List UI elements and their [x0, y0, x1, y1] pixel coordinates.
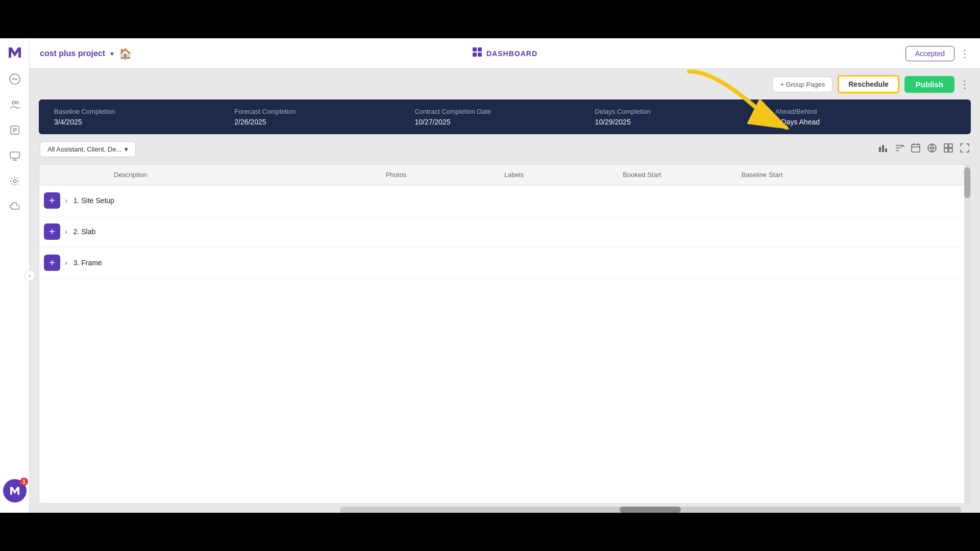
- table-row: + › 1. Site Setup: [39, 185, 970, 216]
- notification-count: 1: [20, 478, 28, 486]
- topbar-left: cost plus project ▾ 🏠: [40, 47, 132, 60]
- stat-baseline-completion: Baseline Completion 3/4/2025: [54, 108, 234, 126]
- col-extra: [852, 171, 970, 179]
- svg-rect-21: [912, 144, 920, 152]
- col-booked-start: Booked Start: [615, 171, 733, 179]
- network-view-icon[interactable]: [927, 143, 937, 156]
- project-name[interactable]: cost plus project: [40, 49, 105, 58]
- svg-rect-17: [885, 148, 887, 152]
- stat-ahead-behind: Ahead/Behind 4 Days Ahead: [775, 108, 955, 126]
- stat-baseline-label: Baseline Completion: [54, 108, 234, 115]
- row-2-expand-icon[interactable]: ›: [65, 228, 67, 236]
- col-description: Description: [106, 171, 378, 179]
- stat-contract-label: Contract Completion Date: [414, 108, 595, 115]
- col-baseline-start: Baseline Start: [733, 171, 851, 179]
- stat-ahead-label: Ahead/Behind: [775, 108, 955, 115]
- col-labels: Labels: [496, 171, 615, 179]
- stat-delays-label: Delays Completion: [595, 108, 775, 115]
- logo: [6, 43, 24, 62]
- stat-delays-completion: Delays Completion 10/29/2025: [595, 108, 775, 126]
- stat-forecast-label: Forecast Completion: [234, 108, 414, 115]
- toolbar-more-icon[interactable]: ⋮: [960, 78, 970, 90]
- scrollbar-thumb[interactable]: [964, 167, 970, 198]
- horizontal-scrollbar[interactable]: [340, 507, 962, 513]
- svg-point-1: [12, 101, 15, 104]
- topbar-center: DASHBOARD: [472, 47, 537, 60]
- sidebar-item-settings[interactable]: [7, 173, 23, 189]
- main-content: cost plus project ▾ 🏠 DASHBOARD Accepted: [30, 38, 980, 513]
- accepted-button[interactable]: Accepted: [905, 46, 954, 61]
- stats-bar: Baseline Completion 3/4/2025 Forecast Co…: [39, 99, 971, 134]
- filter-chevron-icon: ▾: [125, 145, 128, 153]
- table-row: + › 3. Frame: [39, 247, 970, 279]
- vertical-scrollbar[interactable]: [964, 165, 970, 503]
- add-row-3-button[interactable]: +: [44, 255, 60, 271]
- col-photos: Photos: [378, 171, 496, 179]
- toolbar-row: + Group Pages Reschedule Publish ⋮: [30, 69, 980, 99]
- table-header: Description Photos Labels Booked Start B…: [39, 165, 970, 185]
- sort-view-icon[interactable]: [894, 143, 904, 156]
- add-row-1-button[interactable]: +: [44, 192, 60, 209]
- filter-label: All Assistant, Client, De...: [47, 145, 121, 153]
- svg-rect-15: [879, 147, 881, 152]
- svg-point-10: [13, 180, 16, 183]
- reschedule-button[interactable]: Reschedule: [838, 75, 899, 93]
- grid-view-icon[interactable]: [943, 143, 953, 156]
- fullscreen-view-icon[interactable]: [960, 143, 970, 156]
- row-1-expand-icon[interactable]: ›: [65, 196, 67, 205]
- svg-rect-14: [478, 53, 482, 57]
- stat-contract-value: 10/27/2025: [414, 118, 595, 126]
- home-icon[interactable]: 🏠: [119, 47, 132, 60]
- topbar-right: Accepted ⋮: [905, 46, 970, 61]
- stat-contract-completion: Contract Completion Date 10/27/2025: [414, 108, 595, 126]
- sidebar-item-reports[interactable]: [7, 122, 23, 138]
- filter-dropdown[interactable]: All Assistant, Client, De... ▾: [40, 141, 136, 157]
- svg-rect-13: [473, 53, 477, 57]
- sidebar-expand-button[interactable]: ›: [24, 270, 35, 281]
- svg-point-2: [16, 102, 18, 104]
- add-row-2-button[interactable]: +: [44, 223, 60, 240]
- table-row: + › 2. Slab: [39, 216, 970, 247]
- svg-rect-16: [882, 145, 884, 152]
- svg-rect-27: [944, 144, 948, 147]
- stat-ahead-value: 4 Days Ahead: [775, 118, 955, 126]
- notification-bubble[interactable]: 1: [3, 479, 27, 503]
- sidebar: › 1: [0, 38, 30, 513]
- view-icons: [878, 143, 970, 156]
- publish-button[interactable]: Publish: [904, 76, 954, 93]
- row-3-description: 3. Frame: [71, 259, 419, 267]
- stat-delays-value: 10/29/2025: [595, 118, 775, 126]
- dashboard-grid-icon: [472, 47, 482, 60]
- calendar-view-icon[interactable]: [911, 143, 921, 156]
- topbar-more-icon[interactable]: ⋮: [960, 47, 970, 60]
- svg-rect-28: [949, 144, 952, 147]
- topbar: cost plus project ▾ 🏠 DASHBOARD Accepted: [30, 38, 980, 69]
- filter-row: All Assistant, Client, De... ▾: [30, 134, 980, 164]
- sidebar-item-dashboard[interactable]: [7, 71, 23, 87]
- row-1-description: 1. Site Setup: [71, 196, 419, 205]
- horizontal-scrollbar-thumb[interactable]: [620, 507, 681, 513]
- sidebar-item-cloud[interactable]: [7, 198, 23, 215]
- svg-rect-29: [944, 148, 948, 152]
- project-dropdown-icon[interactable]: ▾: [110, 49, 114, 58]
- chart-view-icon[interactable]: [878, 143, 888, 156]
- svg-rect-11: [473, 47, 477, 52]
- dashboard-label[interactable]: DASHBOARD: [486, 49, 537, 58]
- svg-rect-7: [10, 152, 19, 158]
- svg-rect-12: [478, 47, 482, 52]
- sidebar-item-people[interactable]: [7, 96, 23, 113]
- group-pages-button[interactable]: + Group Pages: [772, 77, 832, 92]
- row-2-description: 2. Slab: [71, 228, 419, 236]
- sidebar-item-monitor[interactable]: [7, 147, 23, 164]
- notification-icon[interactable]: 1: [3, 479, 27, 503]
- row-3-expand-icon[interactable]: ›: [65, 259, 67, 267]
- schedule-table: Description Photos Labels Booked Start B…: [39, 164, 971, 504]
- stat-forecast-completion: Forecast Completion 2/26/2025: [234, 108, 414, 126]
- stat-baseline-value: 3/4/2025: [54, 118, 234, 126]
- stat-forecast-value: 2/26/2025: [234, 118, 414, 126]
- svg-rect-30: [949, 148, 952, 152]
